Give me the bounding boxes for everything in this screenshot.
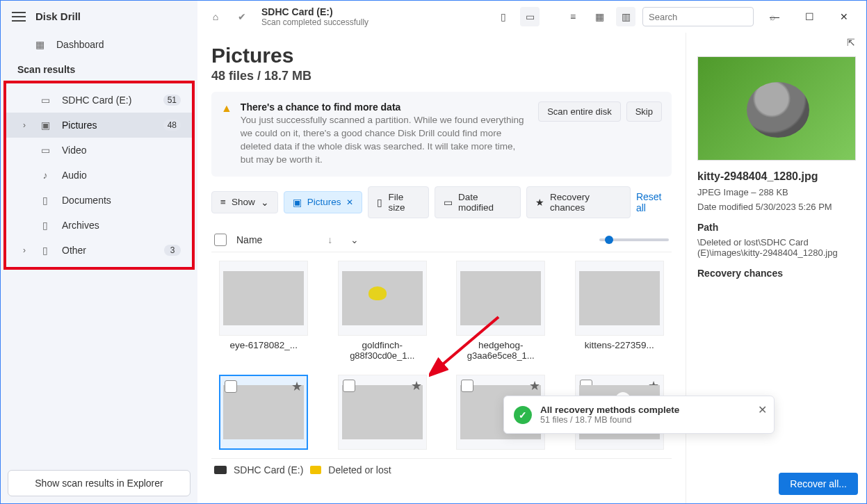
star-icon: ★ — [535, 197, 544, 208]
star-icon[interactable]: ★ — [291, 379, 302, 394]
warning-icon: ▲ — [221, 102, 232, 115]
sort-arrow-icon[interactable]: ↓ — [327, 234, 332, 245]
list-view-icon[interactable]: ≡ — [563, 7, 583, 26]
thumbnail-image — [223, 271, 304, 325]
expand-icon[interactable]: ⌄ — [350, 234, 359, 245]
check-circle-icon: ✔ — [232, 7, 252, 26]
thumb-item[interactable]: kittens-227359... — [567, 261, 672, 361]
filter-filesize-chip[interactable]: ▯ File size — [368, 186, 429, 218]
menu-icon[interactable] — [12, 12, 26, 22]
sidebar: Disk Drill ▦ Dashboard Scan results ▭ SD… — [1, 1, 197, 503]
folder-icon — [310, 466, 321, 474]
grid-icon: ▦ — [33, 39, 47, 50]
skip-button[interactable]: Skip — [626, 101, 662, 122]
chevron-right-icon: › — [23, 120, 26, 130]
notice-title: There's a chance to find more data — [241, 101, 530, 113]
page-subtitle: 48 files / 18.7 MB — [211, 69, 672, 83]
path-heading: Path — [697, 222, 855, 233]
thumb-item[interactable]: goldfinch- g88f30cd0e_1... — [330, 261, 435, 361]
sidebar-item-other[interactable]: › ▯ Other 3 — [6, 238, 192, 263]
breadcrumb-item[interactable]: SDHC Card (E:) — [234, 464, 303, 475]
thumbnail-image — [460, 271, 541, 325]
breadcrumb: SDHC Card (E:) Deleted or lost — [211, 458, 672, 481]
filter-pictures-chip[interactable]: ▣ Pictures ✕ — [284, 191, 363, 213]
check-icon: ✓ — [514, 406, 532, 424]
sidebar-item-archives[interactable]: ▯ Archives — [6, 213, 192, 238]
toast-subtitle: 51 files / 18.7 MB found — [540, 415, 679, 425]
preview-image — [697, 56, 856, 161]
thumbnail-image — [342, 271, 423, 325]
thumb-checkbox[interactable] — [461, 380, 473, 392]
sliders-icon: ≡ — [220, 197, 226, 207]
count-badge: 48 — [163, 120, 181, 131]
file-name: kitty-2948404_1280.jpg — [697, 170, 855, 183]
star-icon[interactable]: ★ — [411, 378, 422, 393]
image-icon: ▣ — [38, 120, 52, 131]
minimize-button[interactable]: ― — [761, 7, 788, 26]
drive-icon — [214, 466, 227, 474]
thumb-item[interactable]: eye-6178082_... — [211, 261, 316, 361]
scan-title: SDHC Card (E:) — [261, 6, 368, 17]
show-in-explorer-button[interactable]: Show scan results in Explorer — [8, 470, 191, 496]
filter-datemodified-chip[interactable]: ▭ Date modified — [435, 186, 521, 218]
thumb-item[interactable]: ★ — [330, 375, 435, 450]
page-title: Pictures — [211, 44, 672, 67]
list-header: Name ↓ ⌄ — [211, 228, 672, 252]
star-icon[interactable]: ★ — [529, 378, 540, 393]
recovery-chances-heading: Recovery chances — [697, 268, 855, 279]
column-name[interactable]: Name — [236, 234, 262, 245]
toast-title: All recovery methods complete — [540, 405, 679, 415]
file-type: JPEG Image – 288 KB — [697, 187, 855, 197]
sidebar-item-video[interactable]: ▭ Video — [6, 138, 192, 163]
count-badge: 3 — [164, 245, 181, 256]
app-title: Disk Drill — [35, 10, 81, 22]
panel-view-icon[interactable]: ▥ — [616, 7, 635, 26]
search-input[interactable]: ⌕ — [642, 7, 754, 26]
sidebar-item-documents[interactable]: ▯ Documents — [6, 188, 192, 213]
main: ⌂ ✔ SDHC Card (E:) Scan completed succes… — [197, 1, 866, 503]
sidebar-item-dashboard[interactable]: ▦ Dashboard — [1, 32, 197, 57]
drive-icon: ▭ — [38, 95, 52, 106]
notice-text: You just successfully scanned a partitio… — [241, 114, 530, 167]
file-icon[interactable]: ▯ — [494, 7, 513, 26]
thumb-checkbox[interactable] — [343, 380, 355, 392]
thumbnail-size-slider[interactable] — [599, 238, 669, 241]
chevron-down-icon: ⌄ — [261, 197, 269, 208]
close-icon[interactable]: ✕ — [346, 197, 353, 207]
file-path: \Deleted or lost\SDHC Card (E)\images\ki… — [697, 237, 855, 258]
thumb-checkbox[interactable] — [225, 380, 237, 393]
toast-notification: ✓ All recovery methods complete 51 files… — [503, 396, 775, 434]
file-modified: Date modified 5/30/2023 5:26 PM — [697, 202, 855, 212]
file-icon: ▯ — [38, 245, 52, 256]
open-external-icon[interactable]: ⇱ — [847, 37, 861, 51]
home-icon[interactable]: ⌂ — [206, 7, 225, 26]
thumb-item[interactable]: hedgehog- g3aa6e5ce8_1... — [448, 261, 553, 361]
image-icon: ▣ — [293, 197, 302, 208]
grid-view-icon[interactable]: ▦ — [590, 7, 609, 26]
show-dropdown[interactable]: ≡ Show ⌄ — [211, 191, 278, 213]
titlebar: ⌂ ✔ SDHC Card (E:) Scan completed succes… — [197, 1, 866, 33]
close-icon[interactable]: ✕ — [758, 403, 767, 416]
breadcrumb-item[interactable]: Deleted or lost — [328, 464, 391, 475]
sidebar-item-audio[interactable]: ♪ Audio — [6, 163, 192, 188]
notice-banner: ▲ There's a chance to find more data You… — [211, 92, 672, 177]
maximize-button[interactable]: ☐ — [795, 7, 823, 26]
close-button[interactable]: ✕ — [830, 7, 858, 26]
highlight-box: ▭ SDHC Card (E:) 51 › ▣ Pictures 48 ▭ Vi… — [3, 81, 195, 270]
recover-all-button[interactable]: Recover all... — [779, 473, 858, 495]
thumbnail-image — [579, 271, 660, 325]
folder-icon[interactable]: ▭ — [520, 7, 540, 26]
file-icon: ▯ — [377, 197, 382, 208]
scan-subtitle: Scan completed successfully — [261, 17, 368, 27]
chevron-right-icon: › — [23, 245, 26, 255]
reset-all-link[interactable]: Reset all — [636, 191, 672, 213]
scan-entire-disk-button[interactable]: Scan entire disk — [538, 101, 621, 122]
sidebar-item-sdhc[interactable]: ▭ SDHC Card (E:) 51 — [6, 88, 192, 113]
thumb-item-selected[interactable]: ★ — [211, 375, 316, 450]
music-icon: ♪ — [38, 170, 52, 181]
sidebar-item-pictures[interactable]: › ▣ Pictures 48 — [6, 113, 192, 138]
filter-recovery-chip[interactable]: ★ Recovery chances — [526, 186, 631, 218]
select-all-checkbox[interactable] — [214, 234, 227, 246]
count-badge: 51 — [163, 95, 181, 106]
document-icon: ▯ — [38, 195, 52, 206]
